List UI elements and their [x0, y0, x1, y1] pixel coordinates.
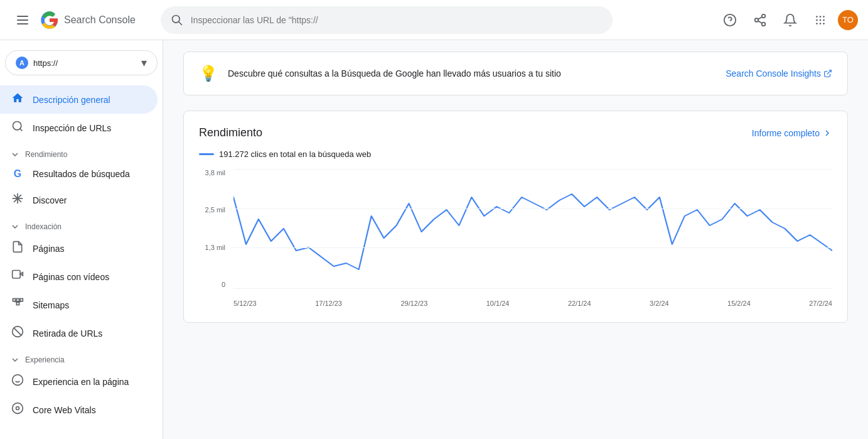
sidebar-item-label: Discover	[33, 195, 67, 205]
svg-rect-29	[20, 299, 23, 301]
svg-point-36	[13, 375, 23, 386]
perf-title: Rendimiento	[199, 126, 262, 139]
section-rendimiento[interactable]: Rendimiento	[0, 142, 163, 162]
sidebar-item-label: Resultados de búsqueda	[33, 169, 130, 179]
site-icon: A	[16, 57, 28, 69]
svg-point-12	[823, 16, 825, 18]
legend-text: 191.272 clics en total en la búsqueda we…	[219, 149, 371, 159]
sidebar: A https:// ▾ Descripción general Inspecc…	[0, 40, 163, 399]
x-label: 27/2/24	[809, 300, 832, 307]
main-content: Descripción general 💡 Descubre qué consu…	[163, 0, 868, 399]
sidebar-item-pages[interactable]: Páginas	[0, 234, 158, 263]
url-inspect-input[interactable]	[191, 15, 603, 25]
x-label: 17/12/23	[315, 300, 342, 307]
google-logo-icon	[40, 11, 59, 30]
performance-card: Rendimiento Informe completo 191.272 cli…	[183, 111, 848, 323]
sidebar-item-url-inspection[interactable]: Inspección de URLs	[0, 114, 158, 142]
search-nav-icon	[10, 120, 25, 136]
experience-icon	[10, 374, 25, 389]
sidebar-item-search-results[interactable]: G Resultados de búsqueda	[0, 162, 158, 186]
x-label: 10/1/24	[486, 300, 510, 307]
sidebar-item-label: Sitemaps	[33, 300, 69, 310]
perf-card-header: Rendimiento Informe completo	[199, 126, 832, 139]
svg-line-41	[827, 70, 831, 74]
grid-line	[233, 288, 832, 289]
svg-rect-1	[17, 19, 28, 21]
app-header: Search Console	[0, 0, 868, 40]
section-experiencia[interactable]: Experiencia	[0, 347, 163, 367]
apps-icon	[813, 13, 827, 27]
section-label: Experiencia	[25, 355, 65, 364]
sidebar-item-overview[interactable]: Descripción general	[0, 85, 158, 114]
sidebar-item-label: Páginas con vídeos	[33, 272, 109, 282]
insight-link[interactable]: Search Console Insights	[726, 68, 832, 79]
insight-text: Descubre qué consultas a la Búsqueda de …	[228, 68, 715, 79]
x-label: 15/2/24	[727, 300, 751, 307]
svg-point-15	[823, 19, 825, 21]
x-label: 3/2/24	[650, 300, 669, 307]
help-icon	[723, 13, 737, 27]
blocked-icon	[10, 325, 25, 341]
legend-line	[199, 153, 214, 155]
sidebar-item-video-pages[interactable]: Páginas con vídeos	[0, 263, 158, 291]
sidebar-item-label: Experiencia en la página	[33, 377, 129, 387]
help-button[interactable]	[717, 8, 742, 33]
svg-point-18	[823, 23, 825, 24]
chart-y-labels: 3,8 mil 2,5 mil 1,3 mil 0	[199, 169, 230, 288]
sidebar-item-sitemaps[interactable]: Sitemaps	[0, 291, 158, 319]
y-label: 0	[199, 281, 225, 288]
performance-chart: 3,8 mil 2,5 mil 1,3 mil 0 5/12/23 17/12/…	[199, 169, 832, 307]
y-label: 2,5 mil	[199, 206, 225, 214]
search-bar[interactable]	[161, 6, 613, 34]
svg-point-7	[762, 22, 766, 25]
video-icon	[10, 269, 25, 285]
menu-button[interactable]	[10, 8, 35, 33]
lightbulb-icon: 💡	[199, 65, 218, 82]
search-icon	[171, 14, 183, 26]
doc-icon	[10, 241, 25, 256]
x-label: 22/1/24	[568, 300, 591, 307]
y-label: 1,3 mil	[199, 244, 225, 251]
x-label: 5/12/23	[233, 300, 257, 307]
sitemap-icon	[10, 297, 25, 313]
share-button[interactable]	[747, 8, 773, 33]
svg-line-9	[758, 16, 762, 19]
insight-banner: 💡 Descubre qué consultas a la Búsqueda d…	[183, 51, 848, 95]
grid-line	[233, 247, 832, 248]
svg-line-35	[14, 328, 21, 335]
sidebar-item-label: Páginas	[33, 244, 65, 254]
bell-icon	[783, 13, 797, 27]
sidebar-item-discover[interactable]: Discover	[0, 186, 158, 214]
section-label: Indexación	[25, 222, 62, 231]
chart-x-labels: 5/12/23 17/12/23 29/12/23 10/1/24 22/1/2…	[233, 292, 832, 307]
full-report-link[interactable]: Informe completo	[752, 128, 832, 138]
svg-rect-27	[13, 299, 16, 301]
app-title: Search Console	[64, 14, 136, 26]
sidebar-item-label: Descripción general	[33, 95, 110, 105]
svg-point-13	[816, 19, 818, 21]
y-label: 3,8 mil	[199, 169, 225, 176]
google-g-icon: G	[10, 168, 25, 180]
share-icon	[753, 13, 767, 27]
sidebar-item-url-removal[interactable]: Retirada de URLs	[0, 319, 158, 347]
site-selector[interactable]: A https:// ▾	[5, 50, 158, 75]
svg-point-14	[820, 19, 822, 21]
apps-button[interactable]	[808, 8, 833, 33]
svg-line-8	[758, 21, 762, 23]
asterisk-icon	[10, 192, 25, 208]
sidebar-item-core-web-vitals[interactable]: Core Web Vitals	[0, 396, 158, 399]
user-avatar[interactable]: TO	[838, 10, 858, 30]
svg-rect-0	[17, 16, 28, 17]
section-indexacion[interactable]: Indexación	[0, 214, 163, 234]
sidebar-item-page-experience[interactable]: Experiencia en la página	[0, 367, 158, 396]
chevron-down-icon: ▾	[141, 56, 147, 70]
svg-point-16	[816, 23, 818, 24]
svg-point-11	[820, 16, 822, 18]
chevron-right-icon	[822, 128, 832, 138]
svg-point-17	[820, 23, 822, 24]
svg-point-19	[13, 122, 21, 130]
x-label: 29/12/23	[400, 300, 427, 307]
sidebar-item-label: Inspección de URLs	[33, 123, 111, 133]
grid-line	[233, 169, 832, 170]
notifications-button[interactable]	[778, 8, 803, 33]
